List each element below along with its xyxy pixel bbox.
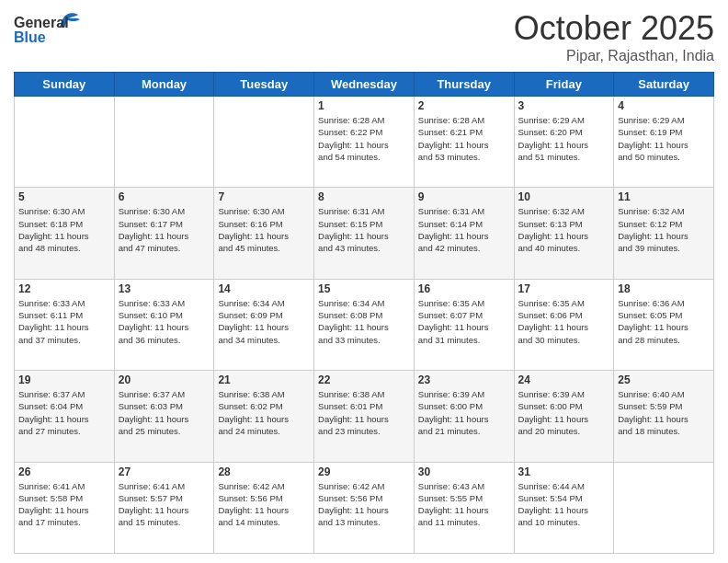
day-info: Sunrise: 6:28 AM Sunset: 6:22 PM Dayligh… xyxy=(318,114,410,163)
day-info: Sunrise: 6:35 AM Sunset: 6:06 PM Dayligh… xyxy=(518,297,610,346)
day-info: Sunrise: 6:30 AM Sunset: 6:16 PM Dayligh… xyxy=(218,205,310,254)
day-number: 5 xyxy=(18,190,110,203)
day-info: Sunrise: 6:35 AM Sunset: 6:07 PM Dayligh… xyxy=(418,297,510,346)
calendar-cell: 27Sunrise: 6:41 AM Sunset: 5:57 PM Dayli… xyxy=(114,462,214,553)
weekday-header-friday: Friday xyxy=(514,73,614,97)
day-info: Sunrise: 6:33 AM Sunset: 6:11 PM Dayligh… xyxy=(18,297,110,346)
calendar-cell: 5Sunrise: 6:30 AM Sunset: 6:18 PM Daylig… xyxy=(15,188,115,279)
day-number: 22 xyxy=(318,373,410,386)
day-info: Sunrise: 6:44 AM Sunset: 5:54 PM Dayligh… xyxy=(518,480,610,529)
calendar-cell: 14Sunrise: 6:34 AM Sunset: 6:09 PM Dayli… xyxy=(214,279,314,370)
day-number: 12 xyxy=(18,282,110,295)
day-info: Sunrise: 6:30 AM Sunset: 6:18 PM Dayligh… xyxy=(18,205,110,254)
day-number: 20 xyxy=(119,373,210,386)
calendar-cell: 24Sunrise: 6:39 AM Sunset: 6:00 PM Dayli… xyxy=(514,371,614,462)
day-number: 19 xyxy=(18,373,110,386)
day-number: 9 xyxy=(418,190,510,203)
calendar-cell: 15Sunrise: 6:34 AM Sunset: 6:08 PM Dayli… xyxy=(314,279,415,370)
weekday-header-tuesday: Tuesday xyxy=(214,73,314,97)
day-info: Sunrise: 6:42 AM Sunset: 5:56 PM Dayligh… xyxy=(218,480,310,529)
day-info: Sunrise: 6:40 AM Sunset: 5:59 PM Dayligh… xyxy=(618,388,710,437)
logo-text: General Blue xyxy=(14,9,97,54)
calendar-cell xyxy=(15,97,115,188)
logo: General Blue xyxy=(14,9,97,54)
calendar-cell: 20Sunrise: 6:37 AM Sunset: 6:03 PM Dayli… xyxy=(114,371,214,462)
day-info: Sunrise: 6:42 AM Sunset: 5:56 PM Dayligh… xyxy=(318,480,410,529)
day-info: Sunrise: 6:38 AM Sunset: 6:01 PM Dayligh… xyxy=(318,388,410,437)
page: General Blue October 2025 Pipar, Rajasth… xyxy=(0,0,728,563)
day-number: 11 xyxy=(618,190,710,203)
day-number: 6 xyxy=(119,190,210,203)
calendar-cell: 8Sunrise: 6:31 AM Sunset: 6:15 PM Daylig… xyxy=(314,188,415,279)
weekday-header-monday: Monday xyxy=(114,73,214,97)
calendar-cell: 1Sunrise: 6:28 AM Sunset: 6:22 PM Daylig… xyxy=(314,97,415,188)
day-info: Sunrise: 6:31 AM Sunset: 6:15 PM Dayligh… xyxy=(318,205,410,254)
day-info: Sunrise: 6:39 AM Sunset: 6:00 PM Dayligh… xyxy=(518,388,610,437)
day-number: 25 xyxy=(618,373,710,386)
calendar-cell: 9Sunrise: 6:31 AM Sunset: 6:14 PM Daylig… xyxy=(414,188,514,279)
calendar-cell: 17Sunrise: 6:35 AM Sunset: 6:06 PM Dayli… xyxy=(514,279,614,370)
calendar-week-3: 12Sunrise: 6:33 AM Sunset: 6:11 PM Dayli… xyxy=(15,279,714,370)
calendar-week-2: 5Sunrise: 6:30 AM Sunset: 6:18 PM Daylig… xyxy=(15,188,714,279)
calendar-cell: 31Sunrise: 6:44 AM Sunset: 5:54 PM Dayli… xyxy=(514,462,614,553)
svg-text:General: General xyxy=(14,15,69,30)
day-info: Sunrise: 6:34 AM Sunset: 6:09 PM Dayligh… xyxy=(218,297,310,346)
calendar-cell: 12Sunrise: 6:33 AM Sunset: 6:11 PM Dayli… xyxy=(15,279,115,370)
weekday-header-wednesday: Wednesday xyxy=(314,73,415,97)
calendar-cell: 30Sunrise: 6:43 AM Sunset: 5:55 PM Dayli… xyxy=(414,462,514,553)
day-info: Sunrise: 6:43 AM Sunset: 5:55 PM Dayligh… xyxy=(418,480,510,529)
calendar-week-5: 26Sunrise: 6:41 AM Sunset: 5:58 PM Dayli… xyxy=(15,462,714,553)
weekday-header-thursday: Thursday xyxy=(414,73,514,97)
calendar-cell: 11Sunrise: 6:32 AM Sunset: 6:12 PM Dayli… xyxy=(614,188,714,279)
calendar-cell: 2Sunrise: 6:28 AM Sunset: 6:21 PM Daylig… xyxy=(414,97,514,188)
calendar-cell: 19Sunrise: 6:37 AM Sunset: 6:04 PM Dayli… xyxy=(15,371,115,462)
weekday-header-sunday: Sunday xyxy=(15,73,115,97)
calendar-cell: 26Sunrise: 6:41 AM Sunset: 5:58 PM Dayli… xyxy=(15,462,115,553)
weekday-header-saturday: Saturday xyxy=(614,73,714,97)
day-info: Sunrise: 6:28 AM Sunset: 6:21 PM Dayligh… xyxy=(418,114,510,163)
day-number: 23 xyxy=(418,373,510,386)
day-info: Sunrise: 6:41 AM Sunset: 5:58 PM Dayligh… xyxy=(18,480,110,529)
calendar-cell: 7Sunrise: 6:30 AM Sunset: 6:16 PM Daylig… xyxy=(214,188,314,279)
day-number: 30 xyxy=(418,465,510,478)
day-info: Sunrise: 6:29 AM Sunset: 6:20 PM Dayligh… xyxy=(518,114,610,163)
day-info: Sunrise: 6:33 AM Sunset: 6:10 PM Dayligh… xyxy=(119,297,210,346)
day-number: 29 xyxy=(318,465,410,478)
calendar-cell: 10Sunrise: 6:32 AM Sunset: 6:13 PM Dayli… xyxy=(514,188,614,279)
day-info: Sunrise: 6:39 AM Sunset: 6:00 PM Dayligh… xyxy=(418,388,510,437)
day-info: Sunrise: 6:34 AM Sunset: 6:08 PM Dayligh… xyxy=(318,297,410,346)
day-info: Sunrise: 6:38 AM Sunset: 6:02 PM Dayligh… xyxy=(218,388,310,437)
calendar-cell: 29Sunrise: 6:42 AM Sunset: 5:56 PM Dayli… xyxy=(314,462,415,553)
day-number: 21 xyxy=(218,373,310,386)
calendar-cell xyxy=(114,97,214,188)
day-number: 18 xyxy=(618,282,710,295)
day-number: 14 xyxy=(218,282,310,295)
day-info: Sunrise: 6:41 AM Sunset: 5:57 PM Dayligh… xyxy=(119,480,210,529)
calendar-week-1: 1Sunrise: 6:28 AM Sunset: 6:22 PM Daylig… xyxy=(15,97,714,188)
day-number: 26 xyxy=(18,465,110,478)
calendar-cell: 4Sunrise: 6:29 AM Sunset: 6:19 PM Daylig… xyxy=(614,97,714,188)
day-number: 13 xyxy=(119,282,210,295)
day-info: Sunrise: 6:37 AM Sunset: 6:03 PM Dayligh… xyxy=(119,388,210,437)
day-number: 31 xyxy=(518,465,610,478)
calendar-cell: 22Sunrise: 6:38 AM Sunset: 6:01 PM Dayli… xyxy=(314,371,415,462)
day-number: 8 xyxy=(318,190,410,203)
calendar-cell xyxy=(214,97,314,188)
day-info: Sunrise: 6:37 AM Sunset: 6:04 PM Dayligh… xyxy=(18,388,110,437)
calendar-cell: 21Sunrise: 6:38 AM Sunset: 6:02 PM Dayli… xyxy=(214,371,314,462)
day-number: 2 xyxy=(418,99,510,112)
day-number: 24 xyxy=(518,373,610,386)
calendar-cell: 28Sunrise: 6:42 AM Sunset: 5:56 PM Dayli… xyxy=(214,462,314,553)
calendar-week-4: 19Sunrise: 6:37 AM Sunset: 6:04 PM Dayli… xyxy=(15,371,714,462)
day-info: Sunrise: 6:32 AM Sunset: 6:13 PM Dayligh… xyxy=(518,205,610,254)
weekday-header-row: SundayMondayTuesdayWednesdayThursdayFrid… xyxy=(15,73,714,97)
day-number: 4 xyxy=(618,99,710,112)
calendar-table: SundayMondayTuesdayWednesdayThursdayFrid… xyxy=(14,72,714,554)
calendar-cell: 18Sunrise: 6:36 AM Sunset: 6:05 PM Dayli… xyxy=(614,279,714,370)
day-info: Sunrise: 6:30 AM Sunset: 6:17 PM Dayligh… xyxy=(119,205,210,254)
day-number: 15 xyxy=(318,282,410,295)
calendar-cell: 6Sunrise: 6:30 AM Sunset: 6:17 PM Daylig… xyxy=(114,188,214,279)
day-info: Sunrise: 6:29 AM Sunset: 6:19 PM Dayligh… xyxy=(618,114,710,163)
day-number: 7 xyxy=(218,190,310,203)
day-number: 17 xyxy=(518,282,610,295)
